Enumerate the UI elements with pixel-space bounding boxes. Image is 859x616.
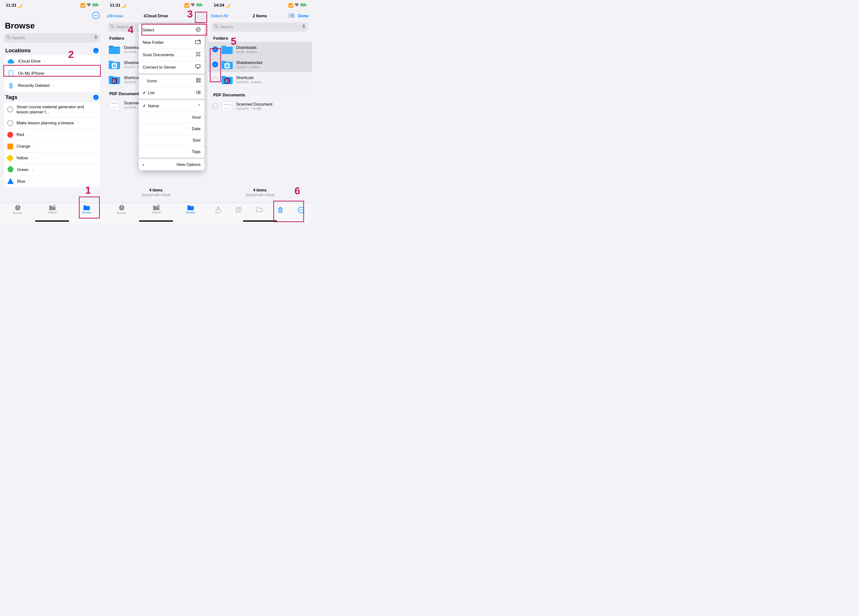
- svg-point-8: [11, 75, 11, 76]
- svg-line-57: [217, 27, 218, 28]
- context-menu: Select New Folder Scan Documents Connect…: [139, 24, 205, 170]
- menu-scan[interactable]: Scan Documents: [139, 48, 205, 61]
- menu-new-folder[interactable]: New Folder: [139, 36, 205, 48]
- checkbox-empty-icon[interactable]: [212, 103, 218, 109]
- move-button[interactable]: [256, 207, 262, 214]
- folder-icon: [108, 44, 120, 55]
- search-input[interactable]: Search: [212, 22, 308, 32]
- checkbox-checked-icon[interactable]: ✓: [212, 62, 218, 67]
- tag-dot-icon: [7, 132, 13, 138]
- menu-sort-size[interactable]: Size: [139, 134, 205, 146]
- tag-row[interactable]: Red ›: [4, 129, 100, 140]
- select-icon: [196, 27, 201, 33]
- list-view-icon[interactable]: [289, 14, 294, 19]
- menu-connect-server[interactable]: Connect to Server: [139, 61, 205, 73]
- more-button[interactable]: •••: [197, 12, 205, 20]
- search-input[interactable]: Search: [4, 33, 100, 42]
- chevron-right-icon: ›: [32, 167, 33, 172]
- page-title: Browse: [0, 19, 104, 32]
- search-icon: [6, 35, 11, 41]
- new-folder-icon: [195, 40, 201, 45]
- duplicate-button[interactable]: [236, 207, 242, 214]
- chevron-right-icon: ›: [95, 107, 97, 112]
- folders-list: ✓ Downloads 14:34 - 0 items ✓ Shadowrock…: [208, 42, 312, 87]
- folder-icon: [221, 44, 233, 55]
- tag-row[interactable]: Blue ›: [4, 176, 100, 187]
- chevron-right-icon: ›: [77, 120, 79, 126]
- svg-point-30: [157, 204, 160, 207]
- menu-view-options[interactable]: › View Options: [139, 159, 205, 170]
- tag-row[interactable]: Smart course material generator and less…: [4, 102, 100, 117]
- menu-list-view[interactable]: List: [139, 87, 205, 98]
- menu-sort-name[interactable]: Name ⌃: [139, 100, 205, 112]
- done-button[interactable]: Done: [298, 14, 309, 19]
- svg-rect-18: [202, 5, 203, 6]
- home-indicator[interactable]: [139, 220, 173, 221]
- menu-select[interactable]: Select: [139, 24, 205, 36]
- tag-dot-icon: [6, 154, 14, 162]
- doc-row[interactable]: Scanned Document 11/14/23 - 7.6 MB: [208, 98, 312, 114]
- menu-sort-kind[interactable]: Kind: [139, 112, 205, 123]
- back-button[interactable]: ‹ Browse: [107, 12, 123, 19]
- mic-icon[interactable]: [302, 24, 306, 30]
- tab-recents[interactable]: Recents: [12, 204, 22, 224]
- svg-rect-25: [114, 79, 116, 81]
- docs-header: PDF Documents: [208, 88, 312, 98]
- location-trash[interactable]: Recently Deleted ›: [4, 80, 100, 92]
- wifi-icon: [295, 3, 299, 8]
- svg-rect-33: [197, 53, 199, 56]
- svg-point-43: [197, 93, 197, 94]
- scan-icon: [196, 52, 201, 58]
- mic-icon[interactable]: [94, 35, 98, 41]
- clock-icon: [118, 204, 125, 211]
- svg-point-52: [289, 17, 290, 17]
- chevron-down-icon: ⌄: [93, 95, 98, 100]
- folder-icon: [221, 59, 233, 70]
- more-button[interactable]: •••: [92, 12, 100, 19]
- menu-sort-date[interactable]: Date: [139, 123, 205, 134]
- tags-header[interactable]: Tags ⌄: [0, 92, 104, 102]
- tab-browse[interactable]: Browse: [82, 204, 91, 224]
- location-iphone[interactable]: On My iPhone ›: [4, 67, 100, 80]
- delete-button[interactable]: [278, 207, 283, 215]
- more-actions-button[interactable]: •••: [298, 207, 304, 213]
- svg-rect-38: [199, 78, 200, 80]
- checkbox-checked-icon[interactable]: ✓: [212, 47, 218, 52]
- locations-list: iCloud Drive › On My iPhone › Recently D…: [4, 55, 100, 92]
- tag-row[interactable]: Orange ›: [4, 140, 100, 152]
- folder-row[interactable]: ✓ Downloads 14:34 - 0 items: [208, 42, 312, 57]
- cloud-icon: [7, 58, 15, 65]
- home-indicator[interactable]: [35, 220, 69, 221]
- chevron-right-icon: ›: [29, 179, 30, 184]
- home-indicator[interactable]: [243, 220, 277, 221]
- tab-browse[interactable]: Browse: [186, 204, 195, 224]
- svg-point-56: [215, 25, 217, 28]
- locations-header[interactable]: Locations ⌄: [0, 45, 104, 55]
- select-all-button[interactable]: Select All: [211, 14, 228, 19]
- svg-point-42: [197, 92, 197, 93]
- tag-row[interactable]: Green ›: [4, 164, 100, 176]
- search-icon: [214, 24, 218, 30]
- tag-row[interactable]: Yellow ›: [4, 152, 100, 164]
- share-button[interactable]: [216, 207, 221, 215]
- tab-recents[interactable]: Recents: [117, 204, 127, 224]
- svg-rect-2: [98, 5, 99, 6]
- folder-row[interactable]: ✓ Shadowrocket 11/1/23 - 2 items: [208, 57, 312, 72]
- menu-icons-view[interactable]: Icons: [139, 75, 205, 87]
- tag-dot-icon: [7, 120, 13, 126]
- dnd-moon-icon: 🌙: [121, 3, 127, 8]
- svg-rect-37: [197, 78, 198, 80]
- status-bar: 11:31 🌙 📶: [104, 0, 208, 11]
- svg-rect-28: [110, 100, 119, 110]
- folder-row[interactable]: Shortcuts 10/30/23 - 0 items: [208, 72, 312, 87]
- tags-list: Smart course material generator and less…: [4, 102, 100, 187]
- svg-rect-27: [114, 81, 116, 83]
- checkbox-empty-icon[interactable]: [212, 76, 218, 83]
- svg-line-4: [9, 38, 10, 39]
- location-icloud[interactable]: iCloud Drive ›: [4, 55, 100, 67]
- document-icon: [108, 100, 120, 110]
- svg-rect-67: [222, 101, 232, 111]
- tag-dot-icon: [7, 167, 14, 173]
- tag-row[interactable]: Make lesson planning a breeze ›: [4, 117, 100, 129]
- menu-sort-tags[interactable]: Tags: [139, 146, 205, 158]
